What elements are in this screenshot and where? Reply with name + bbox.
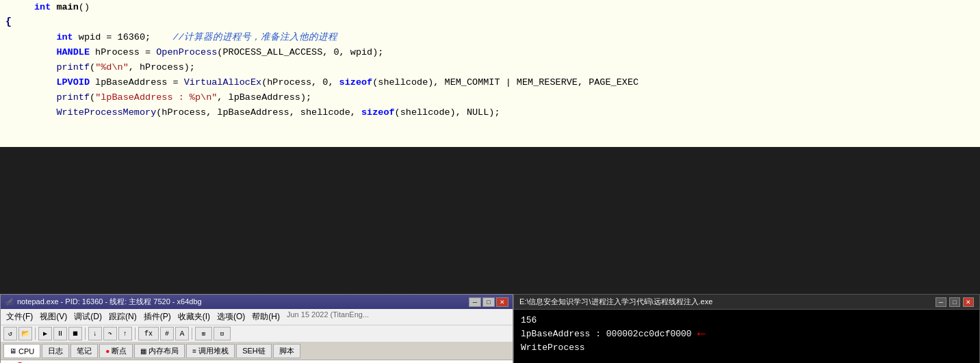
toolbar-sep2 <box>85 327 86 340</box>
menu-debug[interactable]: 调试(D) <box>71 310 105 323</box>
code-line-handle: HANDLE hProcess = OpenProcess(PROCESS_AL… <box>0 45 980 60</box>
cpu-icon: 🖥 <box>10 347 16 355</box>
debugger-window: 🦟 notepad.exe - PID: 16360 - 线程: 主线程 752… <box>0 294 513 363</box>
toolbar-stepinto[interactable]: ↓ <box>88 327 102 340</box>
tab-log[interactable]: 日志 <box>42 344 69 358</box>
red-arrow-console: ← <box>697 327 706 341</box>
menu-plugin[interactable]: 插件(P) <box>141 310 174 323</box>
console-window-buttons[interactable]: ─ □ ✕ <box>936 297 974 307</box>
menu-trace[interactable]: 跟踪(N) <box>106 310 140 323</box>
toolbar-stepover[interactable]: ↷ <box>103 327 117 340</box>
console-window: E:\信息安全知识学习\进程注入学习代码\远程线程注入.exe ─ □ ✕ 15… <box>513 294 980 363</box>
tab-seh[interactable]: SEH链 <box>236 344 272 358</box>
toolbar-restart[interactable]: ↺ <box>3 327 17 340</box>
console-close[interactable]: ✕ <box>963 297 974 307</box>
toolbar-more1[interactable]: ⊞ <box>195 327 212 340</box>
code-line-1: int main() <box>0 0 980 15</box>
dis-instr-0: pop rsp <box>186 360 513 363</box>
debugger-title: notepad.exe - PID: 16360 - 线程: 主线程 7520 … <box>17 297 202 307</box>
toolbar-hash[interactable]: # <box>160 327 174 340</box>
close-button[interactable]: ✕ <box>496 297 508 307</box>
minimize-button[interactable]: ─ <box>469 297 481 307</box>
tabs-bar: 🖥 CPU 日志 笔记 ● 断点 ▦ 内存布局 ≡ 调用堆栈 SEH链 <box>1 342 513 360</box>
toolbar: ↺ 📂 ▶ ⏸ ⏹ ↓ ↷ ↑ fx # A ⊞ ⊟ <box>1 325 513 342</box>
tab-cpu[interactable]: 🖥 CPU <box>3 344 40 358</box>
menu-help[interactable]: 帮助(H) <box>249 310 283 323</box>
toolbar-sep3 <box>135 327 136 340</box>
bottom-area: 🦟 notepad.exe - PID: 16360 - 线程: 主线程 752… <box>0 147 980 363</box>
menubar: 文件(F) 视图(V) 调试(D) 跟踪(N) 插件(P) 收藏夹(I) 选项(… <box>1 309 513 325</box>
toolbar-run[interactable]: ▶ <box>38 327 52 340</box>
dis-bytes-0: 5C <box>131 360 186 363</box>
tab-callstack[interactable]: ≡ 调用堆栈 <box>186 344 235 358</box>
toolbar-fx[interactable]: fx <box>138 327 159 340</box>
console-minimize[interactable]: ─ <box>936 297 946 307</box>
code-editor: int main() { int wpid = 16360; //计算器的进程号… <box>0 0 980 147</box>
tab-memory[interactable]: ▦ 内存布局 <box>134 344 185 358</box>
toolbar-sep4 <box>192 327 192 340</box>
tab-script[interactable]: 脚本 <box>273 344 300 358</box>
debugger-titlebar: 🦟 notepad.exe - PID: 16360 - 线程: 主线程 752… <box>1 295 513 309</box>
debugger-icon: 🦟 <box>5 297 14 306</box>
dis-row-0[interactable]: → 000002CC0DCF0000 5C pop rsp <box>1 360 513 363</box>
console-output: 156 lpBaseAddress : 000002cc0dcf0000 ← W… <box>514 310 979 363</box>
menu-options[interactable]: 选项(O) <box>214 310 248 323</box>
keyword-int: int <box>34 2 51 12</box>
debugger-title-left: 🦟 notepad.exe - PID: 16360 - 线程: 主线程 752… <box>5 297 202 307</box>
toolbar-more2[interactable]: ⊟ <box>214 327 231 340</box>
menu-favorites[interactable]: 收藏夹(I) <box>175 310 213 323</box>
console-divider: -------------------------------- <box>521 358 972 363</box>
menu-view[interactable]: 视图(V) <box>37 310 70 323</box>
tab-breakpoints[interactable]: ● 断点 <box>99 344 133 358</box>
tab-notes[interactable]: 笔记 <box>70 344 98 358</box>
console-line-0: 156 <box>521 314 972 327</box>
dis-addr-0: 000002CC0DCF0000 <box>25 360 131 363</box>
maximize-button[interactable]: □ <box>482 297 495 307</box>
code-line-wpid: int wpid = 16360; //计算器的进程号，准备注入他的进程 <box>0 30 980 45</box>
code-line-printf1: printf("%d\n", hProcess); <box>0 60 980 75</box>
toolbar-A[interactable]: A <box>175 327 189 340</box>
console-line-1: lpBaseAddress : 000002cc0dcf0000 ← <box>521 327 972 341</box>
code-line-lpvoid: LPVOID lpBaseAddress = VirtualAllocEx(hP… <box>0 75 980 90</box>
toolbar-pause[interactable]: ⏸ <box>53 327 67 340</box>
menu-file[interactable]: 文件(F) <box>3 310 36 323</box>
debugger-window-buttons[interactable]: ─ □ ✕ <box>469 297 508 307</box>
build-info: Jun 15 2022 (TitanEng... <box>287 310 369 323</box>
toolbar-stepout[interactable]: ↑ <box>118 327 132 340</box>
toolbar-open[interactable]: 📂 <box>18 327 32 340</box>
disassembly-area[interactable]: → 000002CC0DCF0000 5C pop rsp 000002CC0D… <box>1 360 513 363</box>
code-line-write: WriteProcessMemory(hProcess, lpBaseAddre… <box>0 105 980 120</box>
code-line-brace: { <box>0 15 980 30</box>
toolbar-stop[interactable]: ⏹ <box>68 327 82 340</box>
console-titlebar: E:\信息安全知识学习\进程注入学习代码\远程线程注入.exe ─ □ ✕ <box>514 295 979 310</box>
code-line-printf2: printf("lpBaseAddress : %p\n", lpBaseAdd… <box>0 90 980 105</box>
console-line-2: WriteProcess <box>521 341 972 355</box>
console-title: E:\信息安全知识学习\进程注入学习代码\远程线程注入.exe <box>519 297 712 307</box>
console-maximize[interactable]: □ <box>949 297 960 307</box>
red-arrow-indicator: → <box>1 360 14 363</box>
toolbar-sep1 <box>35 327 36 340</box>
